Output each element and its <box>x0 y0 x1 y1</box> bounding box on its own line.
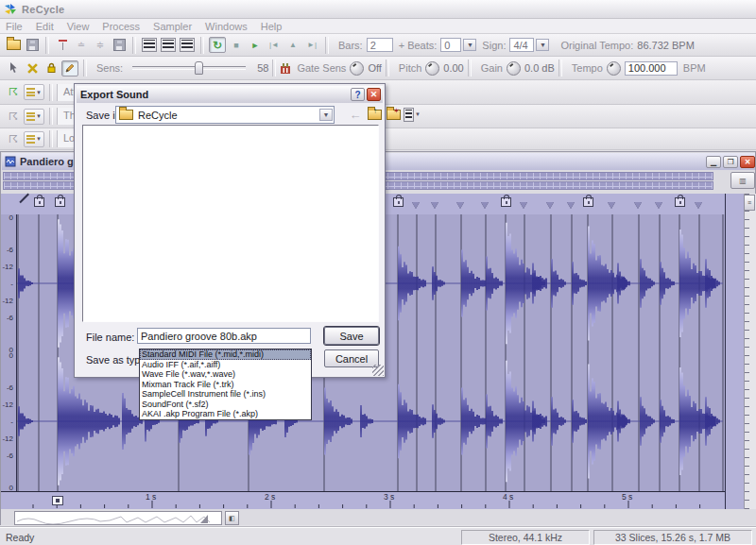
transient-enable-button[interactable]: ☈ <box>5 109 22 125</box>
slice-marker-locked[interactable] <box>393 197 404 207</box>
bar-locator-handle[interactable] <box>52 496 63 505</box>
slice-marker-locked[interactable] <box>55 197 65 207</box>
pencil-tool-button[interactable] <box>61 60 78 77</box>
filetype-option-6[interactable]: AKAI .akp Program File (*.akp) <box>140 409 311 419</box>
sens-slider[interactable] <box>132 66 246 70</box>
slice-marker-locked[interactable] <box>583 197 593 207</box>
slice-marker[interactable] <box>412 202 420 209</box>
slice-marker[interactable] <box>546 202 554 209</box>
view-bars-icon <box>142 38 157 52</box>
file-list[interactable] <box>82 125 379 322</box>
stop-button[interactable]: ■ <box>228 37 245 53</box>
preview-slice-button[interactable]: ▲ <box>284 37 301 53</box>
slice-marker[interactable] <box>634 202 642 209</box>
zoom-overview-button[interactable]: ◧ <box>225 511 239 525</box>
help-button[interactable]: ? <box>351 88 365 101</box>
slice-marker-locked[interactable] <box>675 197 685 207</box>
open-button[interactable] <box>5 37 22 53</box>
minimize-button[interactable]: ▁ <box>706 156 721 168</box>
menu-help[interactable]: Help <box>261 21 283 32</box>
slice-marker[interactable] <box>695 202 702 209</box>
menu-edit[interactable]: Edit <box>36 21 54 32</box>
dialog-close-button[interactable]: ✕ <box>367 88 381 101</box>
menu-process[interactable]: Process <box>102 21 140 32</box>
menu-view[interactable]: View <box>67 21 90 32</box>
slice-marker[interactable] <box>567 202 575 209</box>
sign-select[interactable]: 4/4 <box>509 38 534 52</box>
view-mode-3-button[interactable] <box>179 37 196 53</box>
marker-icon <box>59 40 67 50</box>
cancel-button[interactable]: Cancel <box>324 349 379 367</box>
envelope-enable-button[interactable]: ☈ <box>5 84 22 100</box>
save-button[interactable] <box>24 37 41 53</box>
resize-grip[interactable] <box>372 365 384 376</box>
db-label: - <box>1 280 13 288</box>
envelope-preset-button[interactable]: ▼ <box>24 84 44 100</box>
slice-marker[interactable] <box>431 202 438 209</box>
slice-marker[interactable] <box>655 202 662 209</box>
eq-enable-button[interactable]: ☈ <box>5 131 22 147</box>
filetype-option-1[interactable]: Audio IFF (*.aif,*.aiff) <box>140 360 311 370</box>
bars-input[interactable]: 2 <box>367 38 393 52</box>
save-in-dropdown-button[interactable]: ▼ <box>319 109 333 121</box>
beats-dropdown-button[interactable]: ▼ <box>463 39 476 51</box>
arrow-tool-button[interactable] <box>5 60 22 77</box>
vertical-zoom-ruler[interactable] <box>744 194 756 509</box>
lock-tool-button[interactable] <box>43 60 60 77</box>
filetype-option-5[interactable]: SoundFont (*.sf2) <box>140 400 311 410</box>
menu-file[interactable]: File <box>6 21 23 32</box>
zoom-overview-widget[interactable] <box>14 511 222 525</box>
tempo-input[interactable]: 100.000 <box>625 61 678 76</box>
marker-tool-button[interactable] <box>54 37 71 53</box>
slice-marker[interactable] <box>456 202 464 209</box>
right-margin-strip <box>725 194 745 509</box>
restore-button[interactable]: ❒ <box>723 156 738 168</box>
slice-marker-locked[interactable] <box>34 197 44 207</box>
back-button[interactable]: ← <box>347 107 364 122</box>
slice-marker[interactable] <box>520 202 527 209</box>
slice-marker[interactable] <box>608 202 615 209</box>
up-one-level-button[interactable]: ↑ <box>366 107 383 122</box>
menu-windows[interactable]: Windows <box>205 21 248 32</box>
loop-play-button[interactable]: ↻ <box>209 37 226 53</box>
view-menu-button[interactable]: ▼ <box>404 107 421 122</box>
slice-marker-locked[interactable] <box>501 197 511 207</box>
overview-options-button[interactable]: ▥ <box>730 172 755 189</box>
menu-sampler[interactable]: Sampler <box>153 21 192 32</box>
view-mode-1-button[interactable] <box>141 37 158 53</box>
play-button[interactable]: ► <box>247 37 264 53</box>
gate-icon <box>280 62 291 75</box>
dialog-titlebar[interactable]: Export Sound ? ✕ <box>77 86 383 103</box>
sign-dropdown-button[interactable]: ▼ <box>536 39 549 51</box>
filetype-option-0[interactable]: Standard MIDI File (*.mid,*.midi) <box>140 349 311 360</box>
pitch-knob[interactable] <box>425 61 439 76</box>
svg-text:2 s: 2 s <box>265 492 275 502</box>
beats-select[interactable]: 0 <box>440 38 461 52</box>
delete-marker-tool-button[interactable] <box>24 60 41 77</box>
filetype-option-4[interactable]: SampleCell Instrument file (*.ins) <box>140 389 311 400</box>
sens-label: Sens: <box>96 62 123 74</box>
filetype-option-2[interactable]: Wave File (*.wav,*.wave) <box>140 369 311 380</box>
slice-marker[interactable] <box>481 202 489 209</box>
close-button[interactable]: ✕ <box>740 156 755 168</box>
file-name-input[interactable]: Pandiero groove 80b.akp <box>137 328 311 344</box>
gate-sens-knob[interactable] <box>350 61 364 76</box>
solo-slice-button[interactable]: ≑ <box>92 37 109 53</box>
filetype-option-3[interactable]: Mixman Track File (*.trk) <box>140 380 311 390</box>
goto-end-button[interactable]: ►| <box>303 37 320 53</box>
save-confirm-button[interactable]: Save <box>324 327 379 345</box>
sens-slider-handle[interactable] <box>195 61 203 75</box>
goto-start-button[interactable]: |◄ <box>266 37 283 53</box>
view-mode-2-button[interactable] <box>160 37 177 53</box>
save-in-combobox[interactable]: ReCycle ▼ <box>115 106 335 124</box>
tempo-knob[interactable] <box>607 61 621 76</box>
eq-preset-button[interactable]: ▼ <box>24 131 44 147</box>
export-slice-button[interactable] <box>111 37 128 53</box>
new-folder-button[interactable]: ✶ <box>385 107 402 122</box>
vertical-zoom-handle[interactable]: ≡ <box>744 195 755 211</box>
time-ruler[interactable]: 1 s2 s3 s4 s5 s <box>1 491 725 510</box>
status-bar: Ready Stereo, 44.1 kHz 33 Slices, 15.26 … <box>0 527 756 545</box>
gain-knob[interactable] <box>507 61 521 76</box>
mute-slice-button[interactable]: ≐ <box>73 37 90 53</box>
transient-preset-button[interactable]: ▼ <box>24 109 44 125</box>
